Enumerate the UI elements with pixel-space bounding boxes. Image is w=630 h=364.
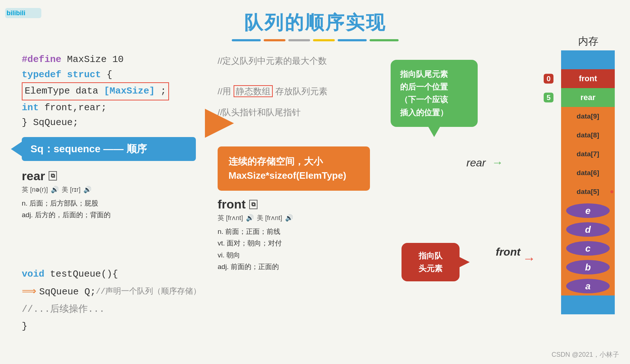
front-copy-icon[interactable]: ⧉ [249,200,258,209]
code-block: #define MaxSize 10 typedef struct { Elem… [22,52,196,131]
front-speaker-uk[interactable]: 🔊 [246,214,254,222]
ellipsis-comment: //...后续操作... [22,304,105,315]
orange-box-text: 连续的存储空间，大小 MaxSize*sizeof(ElemType) [228,156,346,181]
main-title: 队列的顺序实现 [0,10,630,36]
bar-6 [370,39,399,41]
data5-dot [610,190,613,193]
bottom-code: void testQueue(){ ⟹ SqQueue Q; //声明一个队列（… [22,266,201,335]
code-line1: #define MaxSize 10 [22,52,196,67]
index-5-label: 5 [544,93,553,103]
mem-data6: data[6] [561,164,615,182]
bottom-comment: //声明一个队列（顺序存储） [96,285,201,299]
code-line3: ElemType data [MaxSize] ; [22,82,196,100]
color-bar [0,39,630,41]
int-keyword: int [22,102,44,113]
front-speaker-us[interactable]: 🔊 [285,214,293,222]
watermark: CSDN @2021，小林子 [552,350,619,359]
orange-arrow-icon: ⟹ [22,283,36,301]
code-line5: } SqQueue; [22,115,196,131]
code-section: #define MaxSize 10 typedef struct { Elem… [22,52,196,273]
mem-data9: data[9] [561,107,615,126]
mem-top-empty [561,50,615,69]
front-mem-label: front [496,246,520,258]
oval-d: d [566,222,610,237]
mem-oval-b: b [561,258,615,277]
mem-data7: data[7] [561,145,615,164]
code-line4: int front,rear; [22,100,196,116]
testqueue-name: testQueue(){ [50,269,118,280]
oval-e: e [566,203,610,218]
mem-oval-e: e [561,201,615,220]
blue-banner: Sq：sequence —— 顺序 [22,137,196,161]
mem-rear-cell: rear 5 [561,88,615,107]
rear-speaker-us[interactable]: 🔊 [83,186,91,194]
front-mem-arrow: → [523,251,536,266]
mem-oval-d: d [561,220,615,239]
logo-area: bilibili [5,5,49,20]
close-brace: } [22,117,33,128]
svg-marker-2 [205,109,234,138]
elemtype-box: ElemType data [MaxSize] ; [22,82,169,100]
bottom-line1: void testQueue(){ [22,266,201,283]
oval-c: c [566,241,610,256]
banner-text: Sq：sequence —— 顺序 [30,143,147,154]
struct-keyword: struct [67,69,101,80]
orange-triangle-arrow [205,109,234,139]
front-rear: front,rear; [44,102,107,113]
define-keyword: #define [22,54,67,65]
code-line2: typedef struct { [22,67,196,83]
brace-open: { [107,69,112,80]
rear-text-label: rear → [466,156,503,169]
semicolon1: ; [161,86,166,96]
green-bubble-text: 指向队尾元素 的后一个位置 （下一个应该 插入的位置） [400,70,448,117]
mem-oval-a: a [561,277,615,295]
svg-text:bilibili: bilibili [7,9,25,17]
bar-2 [264,39,285,41]
rear-copy-icon[interactable]: ⧉ [49,171,57,181]
mem-data5: data[5] [561,182,615,201]
mem-bottom-empty [561,295,615,314]
close-brace-bottom: } [22,321,28,332]
maxsize-label: MaxSize [67,54,112,65]
index-0-label: 0 [544,74,553,84]
memory-container: front 0 rear 5 data[9] data[8] data[7] d… [561,50,615,314]
rear-speaker-uk[interactable]: 🔊 [51,186,59,194]
rear-word: rear ⧉ [22,169,196,183]
memory-title: 内存 [557,34,619,48]
static-array-highlight: 静态数组 [234,85,273,97]
bottom-line2: ⟹ SqQueue Q; //声明一个队列（顺序存储） [22,283,201,301]
rear-defs: n. 后面；后方部队；屁股 adj. 后方的，后面的；背面的 [22,198,196,221]
bar-1 [232,39,261,41]
elemtype-text: ElemType data [25,86,98,96]
maxsize-bracket: [MaxSize] [104,86,155,96]
void-keyword: void [22,269,50,280]
dict-rear: rear ⧉ 英 [nə(r)] 🔊 美 [rɪr] 🔊 n. 后面；后方部队；… [22,169,196,221]
bottom-line4: } [22,318,201,335]
red-bubble: 指向队 头元素 [402,243,460,281]
bar-3 [288,39,310,41]
mem-front-cell: front 0 [561,69,615,88]
mem-oval-c: c [561,239,615,258]
bar-5 [338,39,367,41]
typedef-keyword: typedef [22,69,67,80]
maxsize-val: 10 [112,54,124,65]
content-area: #define MaxSize 10 typedef struct { Elem… [0,49,630,273]
rear-arrow-icon: → [491,156,503,169]
header: 队列的顺序实现 [0,0,630,45]
oval-a: a [566,279,610,293]
sqqueue-q: SqQueue Q; [39,284,96,301]
red-bubble-text: 指向队 头元素 [419,251,442,273]
orange-box: 连续的存储空间，大小 MaxSize*sizeof(ElemType) [218,146,370,191]
bottom-line3: //...后续操作... [22,301,201,318]
green-bubble: 指向队尾元素 的后一个位置 （下一个应该 插入的位置） [391,60,478,127]
rear-phonetics: 英 [nə(r)] 🔊 美 [rɪr] 🔊 [22,185,196,194]
oval-b: b [566,260,610,274]
bar-4 [313,39,335,41]
memory-column: 内存 front 0 rear 5 data[9] data[8] data[7… [557,34,619,314]
mem-data8: data[8] [561,126,615,145]
sqqueue-name: SqQueue; [33,117,78,128]
